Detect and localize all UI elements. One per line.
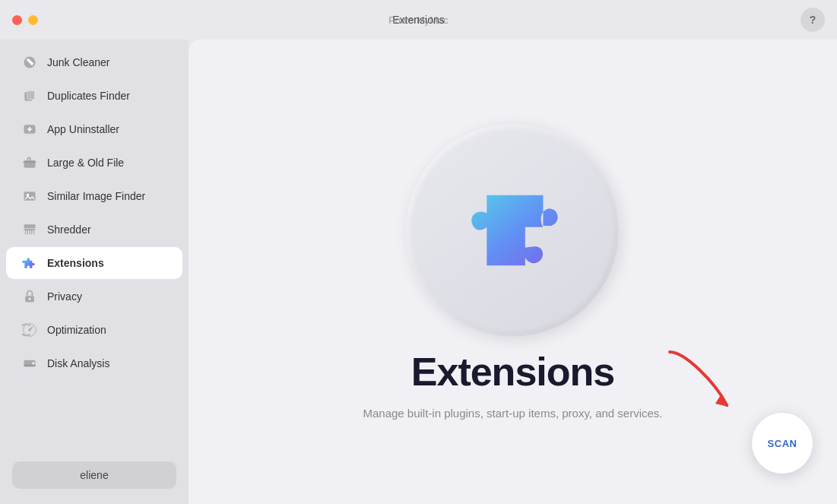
shredder-icon — [21, 221, 38, 238]
broom-icon — [21, 54, 38, 71]
sidebar-item-label: Disk Analysis — [47, 357, 109, 369]
help-button[interactable]: ? — [801, 8, 825, 32]
page-title: Extensions — [392, 14, 444, 26]
sidebar-item-extensions[interactable]: Extensions — [6, 247, 182, 279]
svg-point-17 — [33, 363, 33, 363]
sidebar-item-label: Optimization — [47, 324, 106, 336]
minimize-button[interactable] — [28, 15, 38, 25]
sidebar-user-section: eliene — [0, 452, 189, 498]
disk-icon — [21, 355, 38, 372]
sidebar-item-label: Similar Image Finder — [47, 190, 145, 202]
traffic-lights — [12, 15, 38, 25]
sidebar-item-app-uninstaller[interactable]: App Uninstaller — [6, 113, 182, 145]
arrow-container — [655, 337, 746, 428]
icon-circle — [406, 124, 619, 337]
files-icon — [21, 87, 38, 104]
sidebar-item-label: Shredder — [47, 223, 91, 236]
svg-rect-8 — [24, 224, 36, 228]
content-subtitle: Manage built-in plugins, start-up items,… — [363, 407, 662, 420]
image-icon — [21, 188, 38, 204]
user-button[interactable]: eliene — [12, 461, 176, 489]
svg-rect-5 — [24, 161, 36, 163]
sidebar-item-duplicates-finder[interactable]: Duplicates Finder — [6, 80, 182, 112]
content-area: Extensions Manage built-in plugins, star… — [189, 40, 837, 504]
sidebar-item-label: Duplicates Finder — [47, 90, 130, 102]
main-layout: Junk Cleaner Duplicates Finder App Unins… — [0, 40, 837, 504]
sidebar-item-label: Large & Old File — [47, 157, 124, 169]
svg-rect-15 — [24, 365, 36, 367]
sidebar-item-label: Junk Cleaner — [47, 56, 110, 68]
svg-rect-2 — [27, 90, 35, 100]
sidebar-item-label: Extensions — [47, 257, 104, 269]
briefcase-icon — [21, 154, 38, 171]
sidebar-item-shredder[interactable]: Shredder — [6, 214, 182, 246]
content-title: Extensions — [411, 349, 614, 395]
sidebar-item-privacy[interactable]: Privacy — [6, 281, 182, 312]
puzzle-piece-svg — [448, 170, 577, 291]
sidebar: Junk Cleaner Duplicates Finder App Unins… — [0, 40, 189, 504]
sidebar-item-disk-analysis[interactable]: Disk Analysis — [6, 347, 182, 379]
sidebar-item-large-old-file[interactable]: Large & Old File — [6, 147, 182, 179]
content-inner: Extensions Manage built-in plugins, star… — [363, 124, 662, 420]
svg-point-13 — [28, 328, 30, 331]
sidebar-item-label: App Uninstaller — [47, 123, 119, 135]
svg-point-11 — [29, 298, 31, 300]
titlebar: PowerMyMac Extensions ? — [0, 0, 837, 40]
arrow-icon — [655, 337, 746, 428]
sidebar-item-junk-cleaner[interactable]: Junk Cleaner — [6, 46, 182, 78]
speed-icon — [21, 322, 38, 338]
svg-rect-4 — [24, 160, 36, 168]
app-uninstall-icon — [21, 121, 38, 138]
sidebar-item-optimization[interactable]: Optimization — [6, 314, 182, 346]
sidebar-item-similar-image-finder[interactable]: Similar Image Finder — [6, 180, 182, 212]
scan-button[interactable]: SCAN — [752, 413, 813, 474]
sidebar-item-label: Privacy — [47, 290, 82, 303]
extensions-icon — [21, 255, 38, 271]
lock-icon — [21, 288, 38, 305]
close-button[interactable] — [12, 15, 22, 25]
